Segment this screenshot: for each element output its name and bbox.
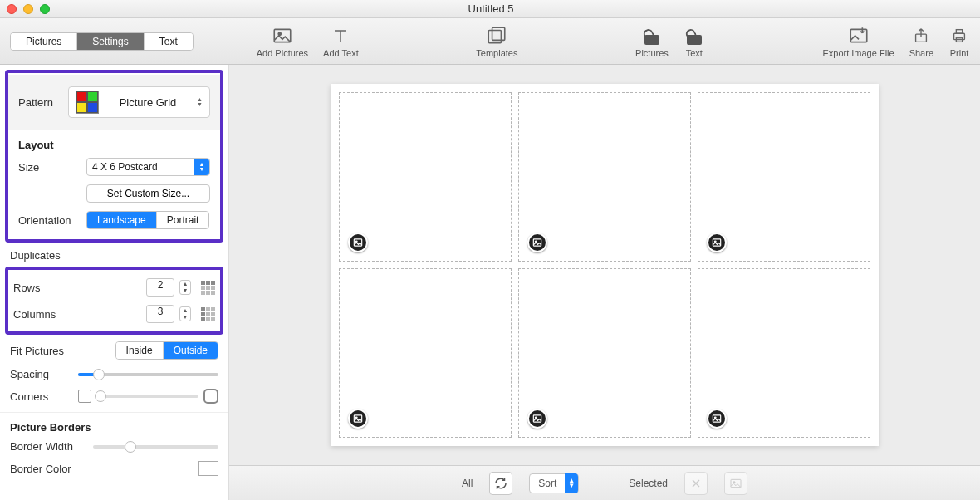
svg-rect-2 [489,30,502,42]
svg-rect-7 [956,29,962,33]
share-button[interactable]: Share [909,25,933,58]
svg-rect-4 [850,29,867,42]
tab-text[interactable]: Text [145,33,193,50]
toolbar: Pictures Settings Text Add Pictures Add … [0,18,980,65]
sort-menu[interactable]: Sort ▲▼ [529,473,579,493]
svg-rect-9 [354,239,361,246]
size-select[interactable]: 4 X 6 Postcard ▲▼ [86,158,210,176]
print-label: Print [950,48,969,58]
selected-label: Selected [629,478,668,489]
add-pictures-button[interactable]: Add Pictures [257,25,308,58]
orientation-landscape-button[interactable]: Landscape [87,212,157,228]
unlock-icon [641,25,663,47]
pattern-label: Pattern [18,96,53,109]
spacing-label: Spacing [10,368,78,380]
rows-input[interactable]: 2 [146,278,174,297]
add-pictures-label: Add Pictures [257,48,308,58]
highlighted-region-rows-columns: Rows 2 ▲▼ Columns 3 ▲▼ [5,267,223,335]
picture-cell[interactable] [339,92,512,262]
unlock-icon [684,25,705,47]
svg-rect-17 [533,415,541,422]
fit-pictures-label: Fit Pictures [10,345,85,357]
zoom-window-button[interactable] [40,4,50,14]
rows-stepper[interactable]: ▲▼ [179,280,191,295]
columns-grid-icon [201,307,215,321]
border-color-label: Border Color [10,463,93,475]
svg-rect-11 [533,239,541,246]
picture-cell[interactable] [339,268,512,438]
svg-rect-15 [354,415,361,422]
toolbar-group-lock: Pictures Text [635,25,705,58]
spacing-slider[interactable] [78,373,218,376]
image-plus-icon [272,25,293,47]
border-color-well[interactable] [198,461,218,476]
pattern-selector[interactable]: Picture Grid ▲▼ [68,86,210,118]
lock-pictures-label: Pictures [635,48,669,58]
chevron-up-down-icon: ▲▼ [197,97,203,107]
share-icon [910,25,932,47]
print-button[interactable]: Print [948,25,970,58]
image-placeholder-icon [348,233,368,252]
svg-rect-6 [954,33,965,39]
picture-cell[interactable] [698,268,870,438]
export-image-button[interactable]: Export Image File [822,25,894,58]
columns-stepper[interactable]: ▲▼ [179,306,191,321]
chevron-up-down-icon: ▲▼ [194,159,209,175]
canvas-area: All Sort ▲▼ Selected [229,65,980,500]
tab-pictures[interactable]: Pictures [11,33,77,50]
templates-button[interactable]: Templates [476,25,517,58]
corners-square-icon [78,390,91,403]
picture-cell[interactable] [518,92,691,262]
image-placeholder-icon [527,409,547,429]
text-icon [330,25,351,47]
fit-inside-button[interactable]: Inside [116,342,164,359]
svg-rect-13 [713,239,720,246]
picture-borders-heading: Picture Borders [10,421,218,434]
pattern-value: Picture Grid [107,96,189,109]
share-label: Share [909,48,933,58]
close-window-button[interactable] [7,4,17,14]
sidebar-tab-switcher: Pictures Settings Text [10,32,194,51]
toolbar-group-output: Export Image File Share Print [822,25,970,58]
lock-pictures-button[interactable]: Pictures [635,25,669,58]
columns-label: Columns [13,308,81,321]
pattern-swatch-icon [76,91,99,114]
fit-outside-button[interactable]: Outside [164,342,218,359]
export-image-label: Export Image File [822,48,894,58]
corners-slider[interactable] [96,395,198,398]
image-placeholder-icon [707,233,727,252]
picture-cell[interactable] [698,92,870,262]
window-controls [7,4,50,14]
templates-label: Templates [476,48,517,58]
sort-label: Sort [530,478,565,489]
refresh-all-button[interactable] [489,472,512,495]
svg-rect-19 [713,415,720,422]
bottom-bar: All Sort ▲▼ Selected [229,465,980,500]
tab-settings[interactable]: Settings [77,33,144,50]
delete-selected-button[interactable] [684,472,708,495]
size-label: Size [18,161,86,174]
orientation-label: Orientation [18,214,86,227]
lock-text-label: Text [686,48,703,58]
fit-pictures-switch: Inside Outside [115,341,218,360]
picture-cell[interactable] [518,268,691,438]
titlebar: Untitled 5 [0,0,980,18]
image-placeholder-icon [527,233,547,252]
set-custom-size-button[interactable]: Set Custom Size... [86,184,210,203]
rows-grid-icon [201,281,215,295]
add-text-button[interactable]: Add Text [323,25,359,58]
border-width-slider[interactable] [93,445,218,449]
columns-input[interactable]: 3 [146,305,174,323]
highlighted-region-pattern-layout: Pattern Picture Grid ▲▼ Layout Size 4 X … [5,70,223,243]
corners-round-icon [203,389,218,404]
all-label: All [462,478,473,489]
chevron-up-down-icon: ▲▼ [565,473,578,493]
orientation-portrait-button[interactable]: Portrait [157,212,209,228]
lock-text-button[interactable]: Text [684,25,705,58]
selected-picture-button[interactable] [724,472,747,495]
corners-label: Corners [10,390,78,403]
print-icon [948,25,970,47]
minimize-window-button[interactable] [23,4,33,14]
rows-label: Rows [13,282,81,294]
export-image-icon [848,25,870,47]
